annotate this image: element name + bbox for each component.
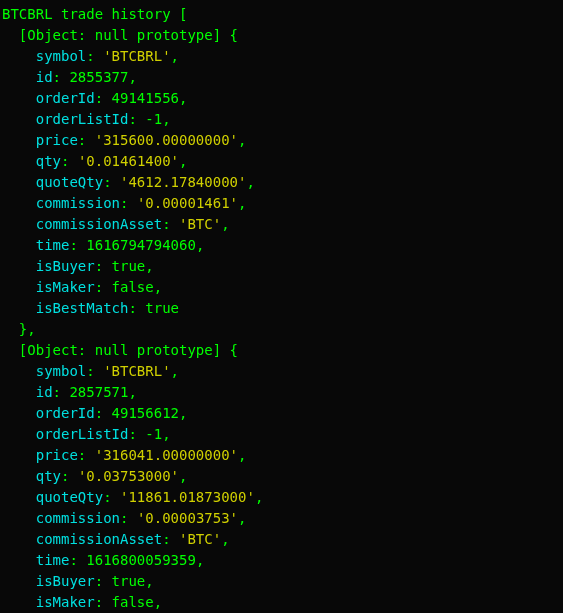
log-line: commission: '0.00003753', [2, 508, 561, 529]
log-line: id: 2855377, [2, 67, 561, 88]
log-line: [Object: null prototype] { [2, 25, 561, 46]
log-line: orderListId: -1, [2, 109, 561, 130]
log-line: isBestMatch: true [2, 298, 561, 319]
log-line: isMaker: false, [2, 592, 561, 613]
log-line: quoteQty: '4612.17840000', [2, 172, 561, 193]
log-line: price: '315600.00000000', [2, 130, 561, 151]
log-line: id: 2857571, [2, 382, 561, 403]
log-line: isBuyer: true, [2, 571, 561, 592]
title-line: BTCBRL trade history [ [2, 4, 561, 25]
log-line: quoteQty: '11861.01873000', [2, 487, 561, 508]
log-line: isBuyer: true, [2, 256, 561, 277]
console-output: BTCBRL trade history [ [Object: null pro… [2, 4, 561, 613]
log-line: qty: '0.03753000', [2, 466, 561, 487]
log-line: orderId: 49156612, [2, 403, 561, 424]
log-line: qty: '0.01461400', [2, 151, 561, 172]
log-line: time: 1616794794060, [2, 235, 561, 256]
log-line: commissionAsset: 'BTC', [2, 529, 561, 550]
log-line: commission: '0.00001461', [2, 193, 561, 214]
log-line: isMaker: false, [2, 277, 561, 298]
log-line: }, [2, 319, 561, 340]
log-line: [Object: null prototype] { [2, 340, 561, 361]
log-line: commissionAsset: 'BTC', [2, 214, 561, 235]
log-line: orderId: 49141556, [2, 88, 561, 109]
log-line: symbol: 'BTCBRL', [2, 361, 561, 382]
log-line: price: '316041.00000000', [2, 445, 561, 466]
log-line: symbol: 'BTCBRL', [2, 46, 561, 67]
log-line: orderListId: -1, [2, 424, 561, 445]
log-line: time: 1616800059359, [2, 550, 561, 571]
